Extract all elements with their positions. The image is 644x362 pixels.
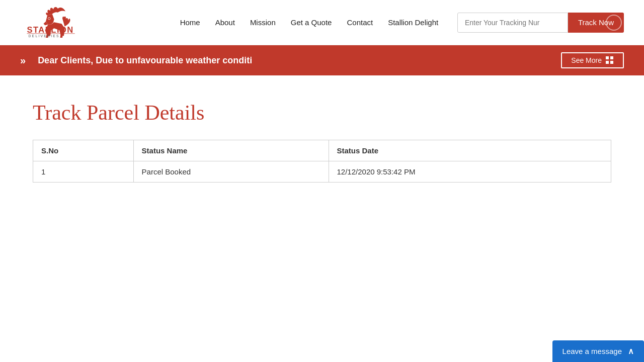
cell-status-date: 12/12/2020 9:53:42 PM [329,161,611,183]
track-now-button[interactable]: Track Now [568,13,624,33]
banner-text: Dear Clients, Due to unfavourable weathe… [38,55,551,66]
nav-home[interactable]: Home [180,18,200,27]
svg-point-0 [48,17,51,20]
logo-area: STALLION DELIVERIES [20,5,131,40]
svg-text:DELIVERIES: DELIVERIES [29,34,60,38]
chat-widget[interactable]: Leave a message ∧ [552,340,644,362]
page-title: Track Parcel Details [33,101,611,125]
nav-get-a-quote[interactable]: Get a Quote [291,18,332,27]
col-header-sno: S.No [33,140,134,161]
parcel-table: S.No Status Name Status Date 1 Parcel Bo… [33,140,611,183]
cell-sno: 1 [33,161,134,183]
main-content: Track Parcel Details S.No Status Name St… [0,75,644,213]
banner-arrows-icon: » [20,55,26,66]
see-more-button[interactable]: See More [561,52,624,68]
table-header-row: S.No Status Name Status Date [33,140,611,161]
cell-status-name: Parcel Booked [133,161,329,183]
nav-contact[interactable]: Contact [347,18,373,27]
col-header-status-name: Status Name [133,140,329,161]
nav-mission[interactable]: Mission [250,18,276,27]
nav-about[interactable]: About [215,18,235,27]
col-header-status-date: Status Date [329,140,611,161]
table-row: 1 Parcel Booked 12/12/2020 9:53:42 PM [33,161,611,183]
svg-text:STALLION: STALLION [27,25,74,34]
nav-stallion-delight[interactable]: Stallion Delight [388,18,438,27]
header: STALLION DELIVERIES Home About Mission G… [0,0,644,45]
grid-icon [606,56,614,64]
chevron-up-icon: ∧ [628,346,634,356]
chat-widget-label: Leave a message [562,347,622,355]
tracking-input[interactable] [457,13,568,33]
tracking-area: Track Now [457,13,624,33]
main-nav: Home About Mission Get a Quote Contact S… [131,18,457,27]
announcement-banner: » Dear Clients, Due to unfavourable weat… [0,45,644,75]
stallion-logo: STALLION DELIVERIES [20,5,96,40]
